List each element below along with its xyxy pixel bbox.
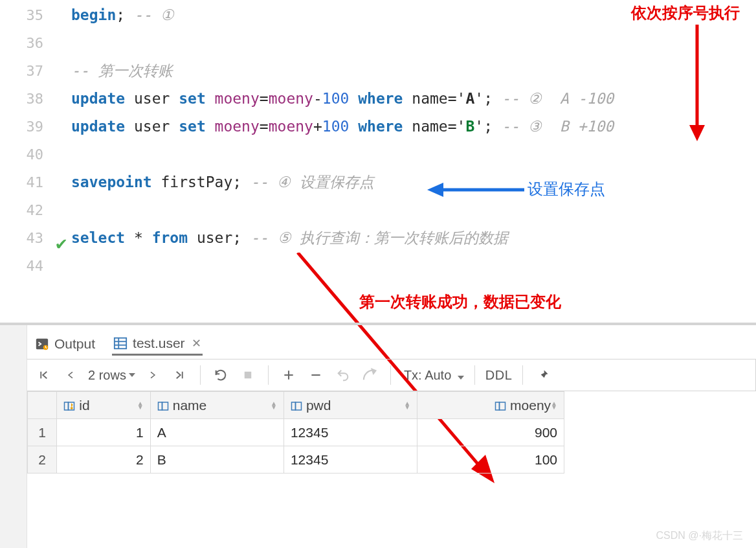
table-row[interactable]: 1 1 A 12345 900 [28, 419, 564, 446]
column-header-name[interactable]: name▲▼ [150, 392, 284, 419]
stop-button[interactable] [238, 365, 258, 385]
panel-gutter [0, 325, 27, 548]
column-header-id[interactable]: id▲▼ [57, 392, 150, 419]
svg-rect-21 [500, 402, 506, 410]
tab-output-label: Output [54, 336, 95, 352]
first-page-button[interactable] [34, 365, 53, 385]
svg-rect-18 [291, 402, 295, 410]
last-page-button[interactable] [170, 365, 190, 385]
tx-mode-dropdown[interactable]: Tx: Auto [404, 368, 464, 383]
grid-corner [28, 392, 57, 419]
line-gutter: 35 36 37 38 39 40 41 42 43✔ 44 [0, 0, 71, 282]
add-row-button[interactable] [279, 365, 298, 385]
line-number: 35 [0, 1, 71, 29]
next-page-button[interactable] [143, 365, 162, 385]
delete-row-button[interactable] [306, 365, 326, 385]
ddl-button[interactable]: DDL [485, 368, 513, 383]
code-line[interactable]: update user set moeny=moeny+100 where na… [71, 113, 756, 141]
result-tabs: Output test.user ✕ [0, 325, 756, 359]
sort-icon[interactable]: ▲▼ [551, 402, 557, 409]
svg-rect-13 [65, 402, 69, 410]
svg-rect-19 [295, 402, 301, 410]
tab-table[interactable]: test.user ✕ [112, 333, 203, 356]
column-header-pwd[interactable]: pwd▲▼ [284, 392, 417, 419]
console-icon [35, 337, 49, 351]
refresh-button[interactable] [211, 365, 230, 385]
sort-icon[interactable]: ▲▼ [137, 402, 144, 409]
line-number: 37 [0, 57, 71, 85]
line-number: 36 [0, 29, 71, 57]
svg-rect-8 [115, 337, 126, 348]
line-number: 44 [0, 252, 71, 280]
cell-pwd[interactable]: 12345 [284, 446, 417, 474]
submit-button[interactable] [361, 365, 380, 385]
result-panel: Output test.user ✕ 2 rows [0, 323, 756, 548]
column-icon [291, 400, 302, 411]
tab-table-label: test.user [133, 336, 185, 351]
sort-icon[interactable]: ▲▼ [271, 402, 277, 409]
key-column-icon [63, 400, 75, 411]
code-editor[interactable]: 35 36 37 38 39 40 41 42 43✔ 44 begin; --… [0, 0, 756, 282]
revert-button[interactable] [333, 365, 353, 385]
cell-name[interactable]: B [150, 446, 284, 474]
cell-id[interactable]: 2 [57, 446, 150, 474]
code-line[interactable]: savepoint firstPay; -- ④ 设置保存点 [71, 168, 756, 196]
code-area[interactable]: begin; -- ① -- 第一次转账 update user set moe… [71, 0, 756, 282]
svg-marker-3 [427, 183, 443, 197]
watermark: CSDN @·梅花十三 [656, 529, 743, 543]
cell-id[interactable]: 1 [57, 419, 150, 446]
line-number: 38 [0, 85, 71, 113]
rows-dropdown[interactable]: 2 rows [88, 368, 135, 383]
cell-name[interactable]: A [150, 419, 284, 446]
line-number: 41 [0, 168, 71, 196]
code-line[interactable] [71, 29, 756, 57]
svg-rect-20 [496, 402, 500, 410]
line-number: 40 [0, 141, 71, 168]
sort-icon[interactable]: ▲▼ [404, 402, 410, 409]
svg-rect-17 [162, 402, 168, 410]
code-line[interactable]: -- 第一次转账 [71, 57, 756, 85]
code-line[interactable]: select * from user; -- ⑤ 执行查询：第一次转账后的数据 [71, 224, 756, 252]
rows-label-text: 2 rows [88, 368, 126, 383]
code-line[interactable] [71, 141, 756, 168]
line-number: 42 [0, 196, 71, 224]
prev-page-button[interactable] [61, 365, 80, 385]
tx-label-text: Tx: Auto [404, 368, 451, 382]
chevron-down-icon [458, 376, 464, 380]
svg-marker-1 [689, 125, 705, 141]
code-line[interactable] [71, 196, 756, 224]
column-icon [495, 400, 506, 411]
code-line[interactable]: update user set moeny=moeny-100 where na… [71, 85, 756, 113]
column-icon [157, 400, 169, 411]
row-number: 2 [28, 446, 57, 474]
table-icon [113, 336, 128, 350]
close-icon[interactable]: ✕ [192, 336, 201, 350]
table-row[interactable]: 2 2 B 12345 100 [28, 446, 564, 474]
pin-button[interactable] [533, 365, 553, 385]
line-number: 43✔ [0, 224, 71, 252]
result-toolbar: 2 rows Tx: Auto [27, 359, 756, 391]
line-number: 39 [0, 113, 71, 141]
cell-moeny[interactable]: 100 [417, 446, 564, 474]
annotation-savepoint: 设置保存点 [528, 179, 605, 200]
annotation-execute-in-order: 依次按序号执行 [631, 3, 740, 23]
column-header-moeny[interactable]: moeny▲▼ [417, 392, 564, 419]
svg-rect-16 [158, 402, 162, 410]
svg-point-15 [71, 407, 73, 409]
arrow-down-icon [686, 25, 708, 144]
row-number: 1 [28, 419, 57, 446]
chevron-down-icon [129, 373, 135, 377]
svg-rect-12 [245, 372, 252, 379]
tab-output[interactable]: Output [34, 334, 96, 354]
cell-pwd[interactable]: 12345 [284, 419, 417, 446]
arrow-left-icon [427, 180, 524, 202]
cell-moeny[interactable]: 900 [417, 419, 564, 446]
result-grid[interactable]: id▲▼ name▲▼ pwd▲▼ moeny▲▼ 1 1 [27, 391, 756, 474]
